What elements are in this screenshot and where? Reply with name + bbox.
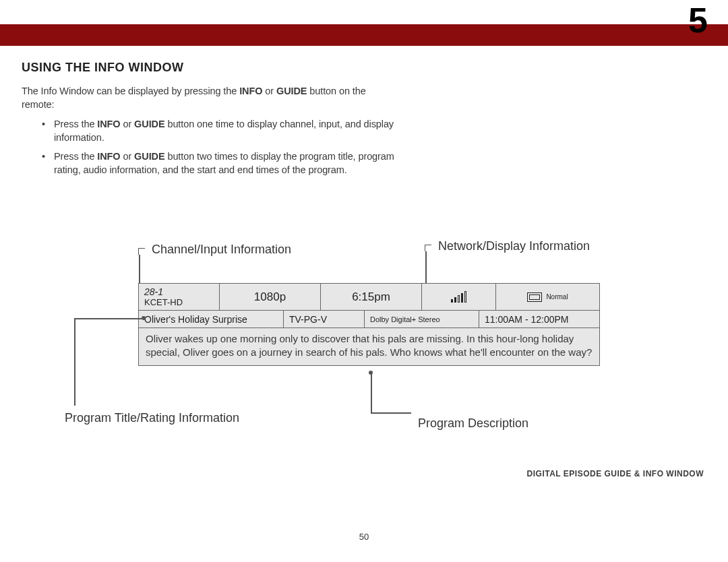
bracket-icon — [138, 248, 145, 255]
page-number: 50 — [0, 532, 728, 542]
connector-line — [371, 412, 411, 414]
current-time: 6:15pm — [321, 284, 422, 310]
label-program-description: Program Description — [418, 416, 528, 431]
program-rating: TV-PG-V — [284, 311, 365, 327]
intro-text: The Info Window can be displayed by pres… — [22, 84, 399, 112]
program-title: Oliver's Holiday Surprise — [139, 311, 284, 327]
display-mode: Normal — [546, 293, 568, 301]
bullet-item: Press the INFO or GUIDE button one time … — [42, 117, 399, 144]
channel-number: 28-1 — [144, 286, 214, 297]
connector-dot — [369, 371, 373, 375]
header-red-bar — [0, 24, 728, 46]
program-times: 11:00AM - 12:00PM — [479, 311, 599, 327]
label-network-display: Network/Display Information — [438, 239, 590, 253]
audio-info: Dolby Digital+ Stereo — [365, 311, 479, 327]
bullet-list: Press the INFO or GUIDE button one time … — [42, 117, 399, 177]
channel-name: KCET-HD — [144, 297, 214, 307]
program-description-text: Oliver wakes up one morning only to disc… — [139, 328, 599, 365]
connector-line — [74, 318, 142, 319]
footer-section-label: DIGITAL EPISODE GUIDE & INFO WINDOW — [520, 465, 706, 481]
bracket-icon — [425, 245, 431, 251]
bullet-item: Press the INFO or GUIDE button two times… — [42, 150, 399, 177]
info-window: 28-1 KCET-HD 1080p 6:15pm Normal — [138, 283, 600, 366]
label-program-title-rating: Program Title/Rating Information — [65, 411, 239, 425]
label-channel-input: Channel/Input Information — [152, 243, 291, 257]
connector-line — [371, 372, 372, 412]
chapter-number: 5 — [688, 0, 708, 40]
connector-line — [74, 318, 75, 406]
section-title: USING THE INFO WINDOW — [22, 61, 706, 75]
display-mode-icon — [527, 292, 542, 302]
signal-icon — [451, 292, 466, 303]
connector-dot — [142, 316, 146, 320]
resolution-value: 1080p — [220, 284, 321, 310]
